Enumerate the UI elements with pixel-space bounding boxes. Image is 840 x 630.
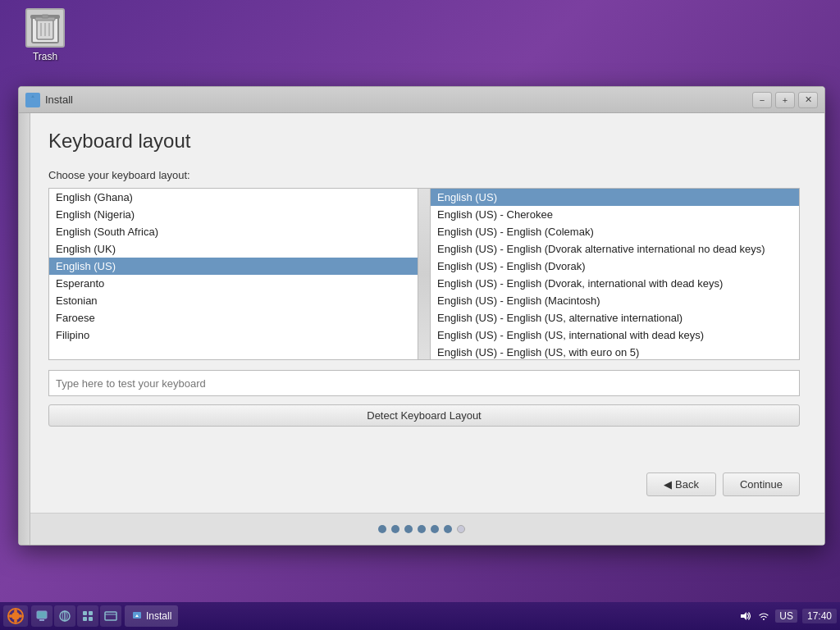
right-list-item[interactable]: English (US) - English (US, with euro on…	[431, 344, 799, 360]
right-list-item[interactable]: English (US) - English (Colemak)	[431, 223, 799, 240]
progress-dot-1	[391, 525, 399, 533]
left-list-item[interactable]: English (Ghana)	[49, 189, 418, 206]
trash-desktop-icon[interactable]: Trash	[16, 8, 74, 62]
keyboard-panels: English (Ghana)English (Nigeria)English …	[48, 188, 800, 360]
back-button[interactable]: ◀ Back	[646, 472, 716, 496]
taskbar-install-label: Install	[146, 610, 171, 622]
close-button[interactable]: ✕	[798, 92, 818, 108]
volume-icon-btn[interactable]	[739, 610, 752, 622]
minimize-button[interactable]: −	[752, 92, 772, 108]
window-icon	[25, 93, 40, 107]
svg-rect-22	[89, 617, 93, 621]
maximize-button[interactable]: +	[775, 92, 795, 108]
left-list-item[interactable]: English (US)	[49, 258, 418, 275]
network-icon-btn[interactable]	[757, 610, 770, 622]
svg-point-13	[19, 614, 22, 618]
install-window: Install − + ✕ Keyboard layout Choose you…	[18, 86, 825, 546]
instruction-label: Choose your keyboard layout:	[48, 169, 800, 181]
taskbar-app-3[interactable]	[77, 605, 98, 627]
svg-rect-23	[105, 612, 116, 620]
keyboard-test-input[interactable]	[48, 370, 800, 396]
left-list-item[interactable]: English (UK)	[49, 240, 418, 258]
taskbar-app-2[interactable]	[54, 605, 75, 627]
right-list-item[interactable]: English (US) - English (US, alternative …	[431, 309, 799, 326]
title-bar: Install − + ✕	[19, 87, 824, 113]
svg-rect-20	[89, 611, 93, 615]
window-controls: − + ✕	[752, 92, 818, 108]
taskbar-app-1[interactable]	[31, 605, 52, 627]
language-list[interactable]: English (Ghana)English (Nigeria)English …	[48, 188, 418, 360]
continue-button[interactable]: Continue	[723, 472, 800, 496]
progress-dot-0	[378, 525, 386, 533]
left-stripe	[19, 113, 30, 545]
left-list-item[interactable]: English (South Africa)	[49, 223, 418, 240]
desktop: Trash Install − + ✕	[0, 0, 840, 630]
progress-dots	[19, 513, 824, 545]
clock[interactable]: 17:40	[802, 609, 837, 623]
language-label: US	[779, 610, 793, 622]
right-list-item[interactable]: English (US)	[431, 189, 799, 206]
right-list-item[interactable]: English (US) - English (Macintosh)	[431, 292, 799, 309]
svg-point-9	[11, 612, 20, 620]
right-list-item[interactable]: English (US) - English (Dvorak, internat…	[431, 275, 799, 292]
title-bar-left: Install	[25, 93, 73, 107]
window-title: Install	[45, 94, 73, 106]
svg-point-11	[14, 619, 17, 623]
svg-rect-2	[42, 15, 48, 18]
svg-rect-6	[28, 97, 38, 104]
progress-dot-3	[418, 525, 426, 533]
detect-keyboard-button[interactable]: Detect Keyboard Layout	[48, 404, 800, 427]
taskbar-install-button[interactable]: Install	[125, 605, 178, 627]
progress-dot-5	[444, 525, 452, 533]
taskbar: Install US 17:40	[0, 602, 840, 630]
svg-marker-7	[31, 95, 34, 98]
right-list-item[interactable]: English (US) - English (Dvorak)	[431, 258, 799, 275]
progress-dot-2	[404, 525, 413, 533]
time-label: 17:40	[807, 610, 832, 622]
svg-rect-19	[83, 611, 87, 615]
left-list-item[interactable]: English (Nigeria)	[49, 206, 418, 223]
page-title: Keyboard layout	[48, 130, 800, 153]
right-list-item[interactable]: English (US) - English (US, internationa…	[431, 326, 799, 344]
taskbar-logo[interactable]	[3, 605, 28, 627]
language-indicator[interactable]: US	[775, 609, 797, 623]
progress-dot-6	[457, 525, 465, 533]
trash-label: Trash	[33, 51, 57, 62]
left-list-item[interactable]: Faroese	[49, 309, 418, 326]
window-body: Keyboard layout Choose your keyboard lay…	[19, 113, 824, 513]
left-list-item[interactable]: Filipino	[49, 326, 418, 344]
taskbar-apps	[31, 605, 121, 627]
navigation-row: ◀ Back Continue	[48, 472, 800, 496]
svg-rect-15	[39, 619, 44, 621]
variant-list[interactable]: English (US)English (US) - CherokeeEngli…	[430, 188, 800, 360]
svg-point-10	[14, 609, 17, 613]
svg-marker-27	[741, 612, 746, 620]
right-list-item[interactable]: English (US) - Cherokee	[431, 206, 799, 223]
taskbar-app-4[interactable]	[100, 605, 121, 627]
progress-dot-4	[431, 525, 439, 533]
svg-point-12	[9, 614, 12, 618]
taskbar-right: US 17:40	[739, 609, 837, 623]
left-list-item[interactable]: Estonian	[49, 292, 418, 309]
svg-rect-14	[37, 611, 47, 619]
right-list-item[interactable]: English (US) - English (Dvorak alternati…	[431, 240, 799, 258]
trash-icon-image	[25, 8, 65, 48]
panel-divider	[418, 188, 430, 360]
svg-rect-21	[83, 617, 87, 621]
left-list-item[interactable]: Esperanto	[49, 275, 418, 292]
